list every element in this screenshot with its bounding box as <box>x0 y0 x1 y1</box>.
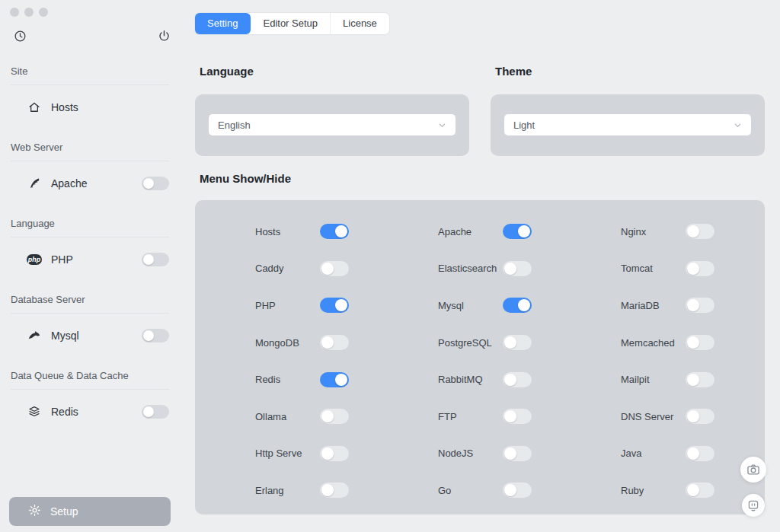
menu-toggle-label: Mysql <box>438 300 503 311</box>
sidebar-item-redis[interactable]: Redis <box>11 390 169 434</box>
menu-toggle-cell-tomcat: Tomcat <box>621 250 780 288</box>
redis-service-toggle[interactable] <box>142 405 169 419</box>
mysql-service-toggle[interactable] <box>142 329 169 342</box>
language-select[interactable]: English <box>209 114 456 135</box>
nginx-menu-toggle[interactable] <box>686 224 714 239</box>
postgresql-menu-toggle[interactable] <box>503 335 532 350</box>
http-serve-menu-toggle[interactable] <box>320 446 349 461</box>
switch-knob <box>321 484 334 496</box>
tab-setting[interactable]: Setting <box>195 13 251 34</box>
mongodb-menu-toggle[interactable] <box>320 335 349 350</box>
menu-toggle-cell-redis: Redis <box>255 361 438 398</box>
home-icon <box>27 100 42 114</box>
preference-row: Language English Theme Light <box>195 65 765 156</box>
erlang-menu-toggle[interactable] <box>320 483 349 498</box>
mariadb-menu-toggle[interactable] <box>686 298 714 313</box>
sidebar-section-label-web-server: Web Server <box>11 129 169 161</box>
layers-icon <box>27 405 42 419</box>
ftp-menu-toggle[interactable] <box>503 409 532 424</box>
menu-toggle-cell-dns-server: DNS Server <box>621 398 780 435</box>
switch-knob <box>687 410 699 422</box>
menu-toggle-label: Tomcat <box>621 263 686 274</box>
elasticsearch-menu-toggle[interactable] <box>503 261 532 276</box>
sidebar-section-label-language: Language <box>11 205 169 237</box>
java-menu-toggle[interactable] <box>686 446 714 461</box>
switch-knob <box>687 448 699 460</box>
rabbitmq-menu-toggle[interactable] <box>503 372 532 387</box>
screenshot-button[interactable] <box>740 457 766 483</box>
switch-knob <box>687 225 699 237</box>
switch-knob <box>321 410 334 422</box>
zoom-window-button[interactable] <box>39 8 48 17</box>
menu-toggle-label: Ollama <box>255 411 320 422</box>
switch-knob <box>687 299 699 311</box>
apache-menu-toggle[interactable] <box>503 224 532 239</box>
tomcat-menu-toggle[interactable] <box>686 261 714 276</box>
php-service-toggle[interactable] <box>142 253 169 266</box>
menu-toggle-label: Nginx <box>621 226 686 237</box>
power-icon[interactable] <box>157 29 171 43</box>
menu-toggle-cell-ollama: Ollama <box>255 398 438 435</box>
setup-button[interactable]: Setup <box>9 497 171 526</box>
tab-license[interactable]: License <box>331 13 389 34</box>
language-heading: Language <box>200 65 469 78</box>
menu-toggle-cell-postgresql: PostgreSQL <box>438 324 621 362</box>
menu-show-hide-card: HostsApacheNginxCaddyElasticsearchTomcat… <box>195 200 765 514</box>
theme-card: Light <box>491 94 765 156</box>
sidebar-groups: SiteHostsWeb ServerApacheLanguagephpPHPD… <box>0 53 180 434</box>
apache-service-toggle[interactable] <box>142 177 169 190</box>
hosts-menu-toggle[interactable] <box>320 224 349 239</box>
menu-toggle-label: Java <box>621 448 686 459</box>
menu-toggle-cell-mailpit: Mailpit <box>621 361 780 398</box>
caddy-menu-toggle[interactable] <box>320 261 349 276</box>
camera-icon <box>746 462 761 477</box>
switch-knob <box>687 374 699 386</box>
menu-show-hide-heading: Menu Show/Hide <box>200 172 765 185</box>
theme-heading: Theme <box>495 65 765 78</box>
redis-menu-toggle[interactable] <box>320 372 349 387</box>
menu-toggle-cell-go: Go <box>438 472 621 509</box>
close-window-button[interactable] <box>10 8 19 17</box>
feedback-face-icon <box>746 499 760 512</box>
switch-knob <box>143 254 154 265</box>
menu-toggle-cell-mysql: Mysql <box>438 287 621 324</box>
mysql-menu-toggle[interactable] <box>503 298 532 313</box>
minimize-window-button[interactable] <box>24 8 34 17</box>
php-icon: php <box>27 254 42 265</box>
nodejs-menu-toggle[interactable] <box>503 446 532 461</box>
go-menu-toggle[interactable] <box>503 483 532 498</box>
sidebar-item-php[interactable]: phpPHP <box>11 237 169 282</box>
switch-knob <box>335 374 347 386</box>
menu-toggle-label: Memcached <box>621 337 686 349</box>
switch-knob <box>504 484 516 496</box>
ollama-menu-toggle[interactable] <box>320 409 349 424</box>
sidebar-item-mysql[interactable]: Mysql <box>11 314 169 358</box>
switch-knob <box>687 263 699 275</box>
menu-toggle-cell-rabbitmq: RabbitMQ <box>438 361 621 398</box>
switch-knob <box>143 330 154 341</box>
switch-knob <box>518 299 530 311</box>
sidebar-item-label: Apache <box>51 177 87 190</box>
memcached-menu-toggle[interactable] <box>686 335 714 350</box>
mailpit-menu-toggle[interactable] <box>686 372 714 387</box>
switch-knob <box>321 448 334 460</box>
app-window: SiteHostsWeb ServerApacheLanguagephpPHPD… <box>0 0 780 532</box>
settings-panel: SettingEditor SetupLicense Language Engl… <box>195 0 765 514</box>
menu-toggle-label: Apache <box>438 226 503 237</box>
theme-select[interactable]: Light <box>504 114 751 135</box>
sidebar-item-hosts[interactable]: Hosts <box>11 85 169 129</box>
menu-toggle-cell-memcached: Memcached <box>621 324 780 362</box>
sidebar-item-apache[interactable]: Apache <box>11 161 169 205</box>
php-menu-toggle[interactable] <box>320 298 349 313</box>
ruby-menu-toggle[interactable] <box>686 483 714 498</box>
switch-knob <box>504 374 516 386</box>
clock-icon[interactable] <box>13 29 27 43</box>
menu-toggle-cell-caddy: Caddy <box>255 250 438 288</box>
menu-toggle-label: NodeJS <box>438 448 503 459</box>
menu-toggle-label: FTP <box>438 411 503 422</box>
switch-knob <box>143 178 154 189</box>
tab-editor-setup[interactable]: Editor Setup <box>251 13 331 34</box>
dns-server-menu-toggle[interactable] <box>686 409 714 424</box>
theme-select-value: Light <box>513 119 535 131</box>
feedback-button[interactable] <box>742 494 765 517</box>
